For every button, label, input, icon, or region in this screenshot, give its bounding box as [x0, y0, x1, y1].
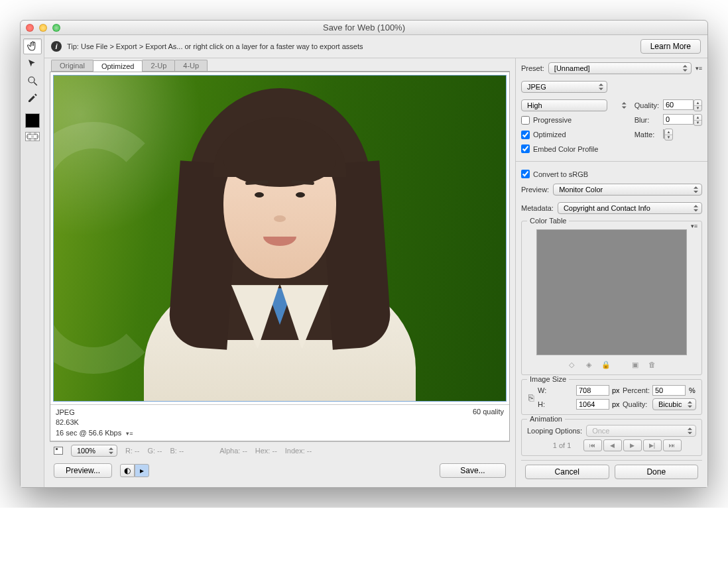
- anim-play-button[interactable]: ▶: [623, 439, 642, 451]
- info-quality: 60 quality: [473, 408, 504, 416]
- window-zoom-button[interactable]: [52, 24, 60, 32]
- view-tabs: Original Optimized 2-Up 4-Up: [51, 60, 510, 72]
- looping-options-select: Once: [586, 425, 696, 437]
- status-g: G: --: [147, 447, 162, 455]
- percent-input[interactable]: [652, 385, 686, 396]
- height-label: H:: [538, 400, 574, 408]
- slice-icon: [27, 58, 38, 70]
- tab-original[interactable]: Original: [51, 60, 93, 71]
- tip-bar: i Tip: Use File > Export > Export As... …: [44, 35, 707, 58]
- quality-preset-select[interactable]: High: [521, 99, 607, 111]
- animation-group: Animation Looping Options: Once 1 of 1 ⏮…: [521, 419, 702, 456]
- status-r: R: --: [125, 447, 139, 455]
- status-b: B: --: [170, 447, 184, 455]
- browser-preview-menu[interactable]: ▸: [135, 464, 149, 477]
- browser-preview-icon[interactable]: ◐: [120, 464, 135, 477]
- svg-line-1: [34, 82, 37, 85]
- anim-last-button[interactable]: ⏭: [663, 439, 682, 451]
- preview-color-select[interactable]: Monitor Color: [553, 184, 702, 196]
- progressive-checkbox[interactable]: [521, 116, 530, 125]
- color-table-flyout[interactable]: ▾≡: [691, 223, 698, 229]
- color-table-group: Color Table ▾≡ ◇ ◈ 🔒 ▣ 🗑: [521, 221, 702, 375]
- preview-button[interactable]: Preview...: [54, 463, 112, 478]
- window-minimize-button[interactable]: [39, 24, 47, 32]
- quality-stepper[interactable]: ▲▼: [694, 99, 702, 111]
- image-preview-canvas[interactable]: [53, 75, 507, 402]
- blur-stepper[interactable]: ▲▼: [694, 114, 702, 126]
- zoom-tool[interactable]: [23, 73, 42, 89]
- metadata-select[interactable]: Copyright and Contact Info: [558, 202, 702, 214]
- quality-label: Quality:: [635, 101, 659, 109]
- quality-input[interactable]: [663, 99, 694, 110]
- slice-visibility-icon[interactable]: [54, 447, 63, 455]
- done-button[interactable]: Done: [615, 465, 699, 479]
- cancel-button[interactable]: Cancel: [525, 465, 609, 479]
- titlebar: Save for Web (100%): [21, 21, 707, 35]
- info-timing: 16 sec @ 56.6 Kbps: [56, 429, 121, 437]
- toggle-slices-visibility[interactable]: [25, 132, 40, 141]
- tip-text: Tip: Use File > Export > Export As... or…: [67, 42, 635, 50]
- embed-color-profile-checkbox[interactable]: [521, 144, 530, 153]
- magnifier-icon: [27, 75, 38, 87]
- zoom-select[interactable]: 100%: [71, 445, 117, 457]
- looping-options-label: Looping Options:: [527, 427, 582, 435]
- preview-frame: JPEG 82.63K 16 sec @ 56.6 Kbps ▾≡ 60 qua…: [50, 72, 510, 441]
- tab-2up[interactable]: 2-Up: [142, 60, 175, 71]
- image-size-legend: Image Size: [527, 375, 569, 383]
- status-hex: Hex: --: [255, 447, 277, 455]
- width-input[interactable]: [576, 385, 609, 396]
- status-alpha: Alpha: --: [219, 447, 247, 455]
- resample-quality-select[interactable]: Bicubic: [652, 398, 696, 410]
- animation-legend: Animation: [527, 415, 565, 423]
- ct-snap-icon[interactable]: ◇: [566, 361, 577, 369]
- preset-flyout-menu[interactable]: ▾≡: [696, 65, 702, 72]
- preview-color-label: Preview:: [521, 186, 549, 194]
- status-index: Index: --: [285, 447, 312, 455]
- hand-tool[interactable]: [23, 38, 42, 54]
- blur-input[interactable]: [663, 114, 694, 125]
- info-format: JPEG: [56, 408, 473, 418]
- image-size-group: Image Size W: px ⎘ Percent: % H: px: [521, 379, 702, 415]
- anim-first-button[interactable]: ⏮: [583, 439, 602, 451]
- ct-delete-icon[interactable]: 🗑: [646, 361, 658, 369]
- ct-lock-icon[interactable]: 🔒: [600, 361, 612, 369]
- info-filesize: 82.63K: [56, 418, 473, 427]
- eyedropper-color-swatch[interactable]: [25, 113, 40, 128]
- convert-srgb-checkbox[interactable]: [521, 170, 530, 178]
- save-for-web-window: Save for Web (100%) i Tip: Use File >: [20, 20, 708, 488]
- blur-label: Blur:: [635, 116, 659, 124]
- svg-point-0: [29, 77, 34, 83]
- optimized-checkbox[interactable]: [521, 131, 530, 139]
- percent-label: Percent:: [623, 386, 650, 394]
- height-input[interactable]: [576, 399, 609, 410]
- anim-prev-button[interactable]: ◀: [603, 439, 622, 451]
- tab-4up[interactable]: 4-Up: [174, 60, 208, 71]
- matte-label: Matte:: [635, 131, 659, 139]
- tab-optimized[interactable]: Optimized: [93, 60, 143, 72]
- anim-next-button[interactable]: ▶|: [643, 439, 662, 451]
- ct-new-icon[interactable]: ▣: [629, 361, 641, 369]
- status-bar: 100% R: -- G: -- B: -- Alpha: -- Hex: --…: [50, 441, 510, 459]
- resample-quality-label: Quality:: [623, 400, 650, 408]
- settings-panel: Preset: [Unnamed] ▾≡ JPEG High Quality: …: [515, 58, 707, 487]
- width-label: W:: [538, 386, 574, 394]
- learn-more-button[interactable]: Learn More: [640, 39, 701, 54]
- eyedropper-tool[interactable]: [23, 90, 42, 106]
- preset-label: Preset:: [521, 64, 544, 72]
- preset-select[interactable]: [Unnamed]: [548, 62, 692, 74]
- window-title: Save for Web (100%): [21, 23, 707, 32]
- preview-info-bar: JPEG 82.63K 16 sec @ 56.6 Kbps ▾≡ 60 qua…: [50, 404, 509, 441]
- save-button[interactable]: Save...: [440, 463, 506, 478]
- color-table-view[interactable]: [536, 229, 687, 355]
- window-close-button[interactable]: [26, 24, 34, 32]
- tool-column: [21, 35, 44, 487]
- matte-stepper[interactable]: ▲▼: [664, 129, 673, 141]
- link-dimensions-icon[interactable]: ⎘: [528, 392, 534, 403]
- color-table-legend: Color Table: [527, 217, 569, 225]
- format-select[interactable]: JPEG: [521, 81, 607, 93]
- download-speed-menu[interactable]: ▾≡: [126, 430, 133, 437]
- info-icon: i: [51, 41, 62, 52]
- eyedropper-icon: [27, 92, 38, 104]
- slice-select-tool[interactable]: [23, 56, 42, 72]
- ct-shift-icon[interactable]: ◈: [583, 361, 595, 369]
